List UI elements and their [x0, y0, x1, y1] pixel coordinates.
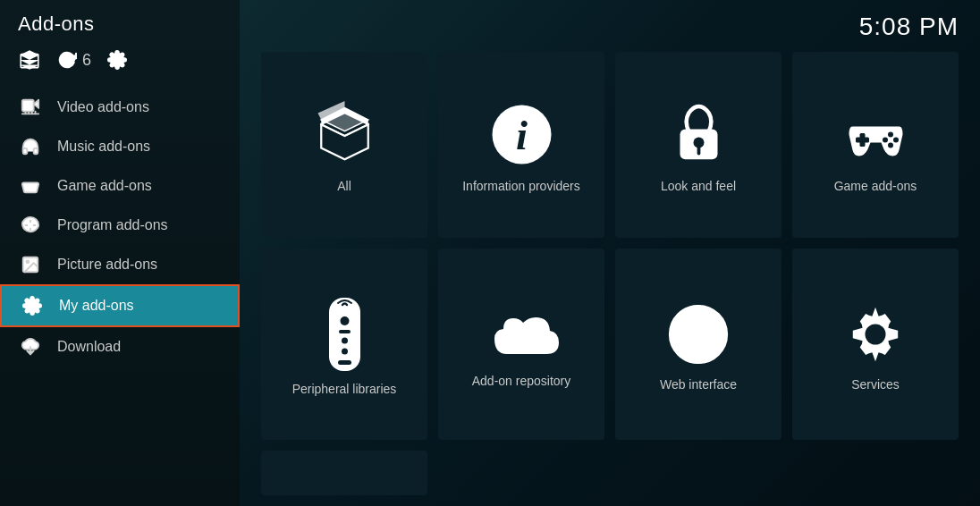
gamepad-icon [18, 176, 43, 196]
sidebar-toolbar: 6 [0, 39, 240, 88]
myadons-icon [20, 296, 45, 316]
gamepad-large-icon [842, 101, 909, 168]
svg-text:i: i [516, 113, 528, 158]
grid-item-repository[interactable]: Add-on repository [438, 249, 604, 441]
video-label: Video add-ons [57, 99, 149, 115]
program-label: Program add-ons [57, 217, 168, 233]
svg-point-34 [888, 132, 893, 138]
svg-rect-38 [329, 298, 360, 371]
picture-label: Picture add-ons [57, 257, 157, 273]
sidebar-item-game[interactable]: Game add-ons [0, 166, 240, 206]
svg-rect-43 [338, 360, 351, 365]
all-icon [311, 101, 378, 168]
sidebar-item-video[interactable]: Video add-ons [0, 88, 240, 127]
grid-item-gameaddons[interactable]: Game add-ons [792, 52, 959, 238]
myadons-label: My add-ons [59, 298, 134, 314]
cloud-icon [484, 305, 560, 363]
download-icon [18, 337, 43, 357]
svg-rect-2 [22, 100, 34, 112]
info-icon: i [488, 101, 555, 168]
grid-item-webinterface[interactable]: Web interface [615, 249, 781, 441]
svg-point-42 [342, 348, 348, 354]
svg-point-19 [26, 260, 29, 263]
peripheral-label: Peripheral libraries [292, 382, 397, 396]
webinterface-label: Web interface [660, 377, 737, 392]
svg-point-47 [865, 324, 885, 344]
video-icon [18, 97, 43, 117]
download-label: Download [57, 339, 121, 355]
remote-icon [320, 298, 369, 371]
gear-large-icon [843, 302, 908, 367]
svg-rect-33 [856, 138, 869, 143]
grid-item-lookandfeel[interactable]: Look and feel [615, 52, 781, 238]
refresh-icon[interactable] [57, 50, 77, 70]
addon-grid: All i Information providers [240, 41, 980, 451]
svg-point-37 [888, 143, 893, 148]
svg-point-36 [893, 138, 899, 143]
services-label: Services [851, 377, 900, 392]
sidebar-item-myadons[interactable]: My add-ons [0, 284, 240, 327]
grid-item-info[interactable]: i Information providers [438, 52, 604, 238]
nav-list: Video add-ons Music add-ons [0, 88, 240, 506]
svg-point-39 [340, 316, 349, 325]
game-label: Game add-ons [57, 178, 152, 194]
grid-item-all[interactable]: All [261, 52, 427, 238]
sidebar-item-download[interactable]: Download [0, 327, 240, 367]
repository-label: Add-on repository [472, 374, 571, 388]
update-count: 6 [82, 51, 91, 70]
grid-item-peripheral[interactable]: Peripheral libraries [261, 249, 427, 441]
info-label: Information providers [462, 179, 580, 193]
gameaddons-label: Game add-ons [834, 179, 917, 193]
main-content: 5:08 PM All i [240, 0, 980, 506]
sidebar-item-program[interactable]: Program add-ons [0, 206, 240, 245]
music-icon [18, 137, 43, 156]
globe-icon [666, 302, 731, 367]
music-label: Music add-ons [57, 139, 150, 155]
partial-row [240, 451, 980, 506]
svg-rect-40 [339, 330, 351, 333]
top-bar: 5:08 PM [240, 0, 980, 41]
lookandfeel-icon [665, 101, 732, 168]
clock: 5:08 PM [859, 13, 959, 41]
sidebar-item-music[interactable]: Music add-ons [0, 127, 240, 166]
svg-point-41 [342, 337, 348, 343]
partial-item-1[interactable] [261, 451, 427, 495]
all-label: All [337, 179, 351, 193]
refresh-badge-group[interactable]: 6 [57, 50, 91, 70]
svg-point-35 [883, 138, 888, 143]
sidebar: Add-ons 6 [0, 0, 240, 506]
grid-item-services[interactable]: Services [792, 249, 959, 441]
picture-icon [18, 255, 43, 274]
program-icon [18, 215, 43, 235]
sidebar-item-picture[interactable]: Picture add-ons [0, 245, 240, 284]
settings-icon[interactable] [107, 50, 127, 70]
lookandfeel-label: Look and feel [661, 179, 736, 193]
addons-manager-icon[interactable] [18, 48, 41, 72]
page-title: Add-ons [0, 0, 240, 39]
